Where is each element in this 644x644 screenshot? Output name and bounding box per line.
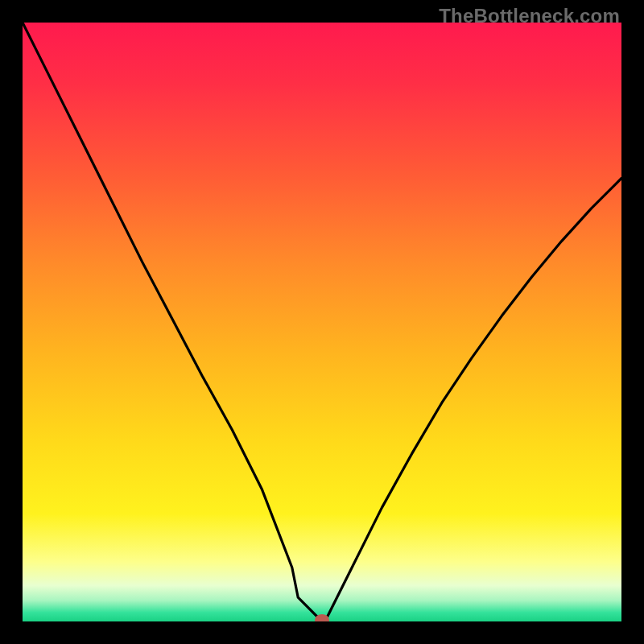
bottleneck-chart: [23, 23, 621, 621]
chart-frame: TheBottleneck.com: [0, 0, 644, 644]
gradient-background: [23, 23, 621, 621]
plot-area: [23, 23, 621, 621]
